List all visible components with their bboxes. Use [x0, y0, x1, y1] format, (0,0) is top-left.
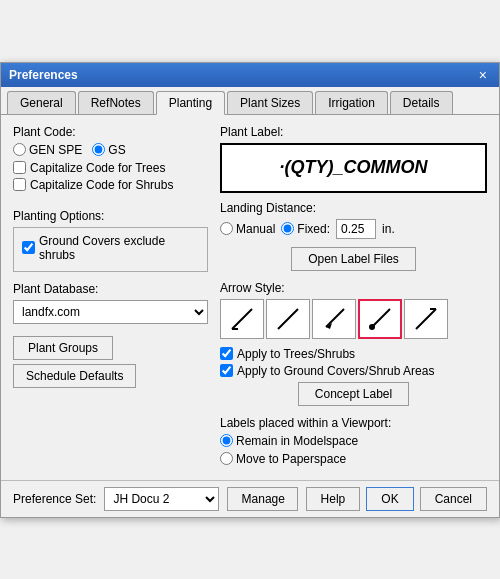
apply-trees-label: Apply to Trees/Shrubs — [237, 347, 355, 361]
planting-options-label: Planting Options: — [13, 209, 208, 223]
fixed-unit-label: in. — [382, 222, 395, 236]
title-bar: Preferences × — [1, 63, 499, 87]
radio-move-item[interactable]: Move to Paperspace — [220, 452, 346, 466]
plant-code-label: Plant Code: — [13, 125, 208, 139]
landing-distance-row: Manual Fixed: in. — [220, 219, 487, 239]
arrow-style-label: Arrow Style: — [220, 281, 487, 295]
radio-remain-label: Remain in Modelspace — [236, 434, 358, 448]
radio-gen-spe[interactable] — [13, 143, 26, 156]
radio-move-label: Move to Paperspace — [236, 452, 346, 466]
capitalize-shrubs-checkbox[interactable] — [13, 178, 26, 191]
ground-covers-checkbox[interactable] — [22, 241, 35, 254]
tab-refnotes[interactable]: RefNotes — [78, 91, 154, 114]
concept-label-button[interactable]: Concept Label — [298, 382, 409, 406]
svg-line-3 — [326, 309, 344, 327]
manage-button[interactable]: Manage — [227, 487, 298, 511]
plant-database-label: Plant Database: — [13, 282, 208, 296]
svg-line-2 — [278, 309, 298, 329]
capitalize-trees-label: Capitalize Code for Trees — [30, 161, 165, 175]
svg-point-6 — [369, 324, 375, 330]
arrow-style-2[interactable] — [312, 299, 356, 339]
radio-fixed-label: Fixed: — [297, 222, 330, 236]
radio-gs-label: GS — [108, 143, 125, 157]
plant-groups-button[interactable]: Plant Groups — [13, 336, 113, 360]
tab-details[interactable]: Details — [390, 91, 453, 114]
viewport-label: Labels placed within a Viewport: — [220, 416, 487, 430]
footer-right-buttons: Help OK Cancel — [306, 487, 487, 511]
apply-trees-item[interactable]: Apply to Trees/Shrubs — [220, 347, 487, 361]
radio-gen-spe-label: GEN SPE — [29, 143, 82, 157]
plant-label-heading: Plant Label: — [220, 125, 487, 139]
preferences-window: Preferences × General RefNotes Planting … — [0, 62, 500, 518]
tab-irrigation[interactable]: Irrigation — [315, 91, 388, 114]
apply-trees-checkbox[interactable] — [220, 347, 233, 360]
plant-label-preview: ·(QTY)_COMMON — [220, 143, 487, 193]
right-panel: Plant Label: ·(QTY)_COMMON Landing Dista… — [220, 125, 487, 470]
arrow-styles-row — [220, 299, 487, 339]
radio-manual-label: Manual — [236, 222, 275, 236]
footer: Preference Set: JH Docu 2 Manage Help OK… — [1, 480, 499, 517]
tab-planting[interactable]: Planting — [156, 91, 225, 115]
radio-remain[interactable] — [220, 434, 233, 447]
capitalize-trees-item[interactable]: Capitalize Code for Trees — [13, 161, 208, 175]
landing-distance-label: Landing Distance: — [220, 201, 487, 215]
arrow-style-3[interactable] — [358, 299, 402, 339]
plant-label-value: ·(QTY)_COMMON — [280, 157, 428, 178]
capitalize-shrubs-item[interactable]: Capitalize Code for Shrubs — [13, 178, 208, 192]
window-title: Preferences — [9, 68, 78, 82]
cancel-button[interactable]: Cancel — [420, 487, 487, 511]
viewport-radios: Remain in Modelspace Move to Paperspace — [220, 434, 487, 466]
apply-ground-covers-item[interactable]: Apply to Ground Covers/Shrub Areas — [220, 364, 487, 378]
radio-remain-item[interactable]: Remain in Modelspace — [220, 434, 358, 448]
svg-line-5 — [372, 309, 390, 327]
apply-checks: Apply to Trees/Shrubs Apply to Ground Co… — [220, 347, 487, 378]
capitalize-shrubs-label: Capitalize Code for Shrubs — [30, 178, 173, 192]
arrow-style-0[interactable] — [220, 299, 264, 339]
open-label-files-button[interactable]: Open Label Files — [291, 247, 416, 271]
ground-covers-item[interactable]: Ground Covers exclude shrubs — [22, 234, 199, 262]
radio-fixed-item[interactable]: Fixed: — [281, 222, 330, 236]
ground-covers-label: Ground Covers exclude shrubs — [39, 234, 199, 262]
svg-line-0 — [232, 309, 252, 329]
schedule-defaults-button[interactable]: Schedule Defaults — [13, 364, 136, 388]
button-row: Plant Groups Schedule Defaults — [13, 336, 208, 388]
help-button[interactable]: Help — [306, 487, 361, 511]
tab-general[interactable]: General — [7, 91, 76, 114]
left-panel: Plant Code: GEN SPE GS Capitalize Code f… — [13, 125, 208, 470]
apply-ground-covers-checkbox[interactable] — [220, 364, 233, 377]
radio-move[interactable] — [220, 452, 233, 465]
radio-manual[interactable] — [220, 222, 233, 235]
ok-button[interactable]: OK — [366, 487, 413, 511]
svg-line-7 — [416, 309, 436, 329]
radio-fixed[interactable] — [281, 222, 294, 235]
fixed-value-input[interactable] — [336, 219, 376, 239]
radio-manual-item[interactable]: Manual — [220, 222, 275, 236]
tab-plant-sizes[interactable]: Plant Sizes — [227, 91, 313, 114]
planting-options-box: Ground Covers exclude shrubs — [13, 227, 208, 272]
main-content: Plant Code: GEN SPE GS Capitalize Code f… — [1, 115, 499, 480]
tab-bar: General RefNotes Planting Plant Sizes Ir… — [1, 87, 499, 115]
apply-ground-covers-label: Apply to Ground Covers/Shrub Areas — [237, 364, 434, 378]
pref-set-label: Preference Set: — [13, 492, 96, 506]
plant-database-select[interactable]: landfx.com — [13, 300, 208, 324]
radio-gs[interactable] — [92, 143, 105, 156]
radio-gen-spe-item[interactable]: GEN SPE — [13, 143, 82, 157]
capitalize-trees-checkbox[interactable] — [13, 161, 26, 174]
arrow-style-1[interactable] — [266, 299, 310, 339]
plant-code-radios: GEN SPE GS — [13, 143, 208, 157]
pref-set-select[interactable]: JH Docu 2 — [104, 487, 218, 511]
close-button[interactable]: × — [475, 67, 491, 83]
radio-gs-item[interactable]: GS — [92, 143, 125, 157]
arrow-style-4[interactable] — [404, 299, 448, 339]
